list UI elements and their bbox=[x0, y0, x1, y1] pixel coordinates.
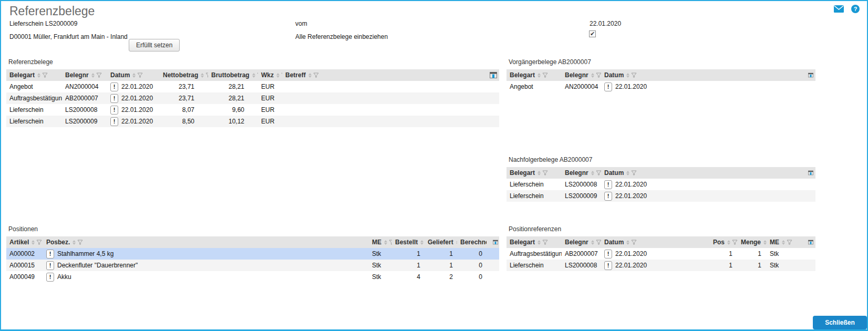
filter-icon[interactable] bbox=[542, 240, 548, 245]
sort-icon[interactable] bbox=[37, 73, 41, 78]
column-header-datum[interactable]: Datum bbox=[601, 169, 659, 177]
filter-icon[interactable] bbox=[313, 73, 319, 78]
column-header-datum[interactable]: Datum bbox=[107, 71, 160, 79]
column-header-wkz[interactable]: Wkz bbox=[258, 71, 282, 79]
sort-icon[interactable] bbox=[276, 73, 280, 78]
filter-icon[interactable] bbox=[631, 170, 637, 175]
sort-icon[interactable] bbox=[308, 73, 312, 78]
sort-icon[interactable] bbox=[591, 171, 595, 175]
sort-icon[interactable] bbox=[132, 73, 136, 78]
column-header-pos[interactable]: Pos bbox=[693, 239, 738, 246]
column-header-bruttobetrag[interactable]: Bruttobetrag bbox=[208, 71, 258, 79]
sort-icon[interactable] bbox=[591, 240, 595, 245]
fulfill-button[interactable]: Erfüllt setzen bbox=[129, 39, 180, 51]
row-detail-button[interactable]: ! bbox=[110, 117, 118, 126]
row-detail-button[interactable]: ! bbox=[604, 261, 612, 270]
sort-icon[interactable] bbox=[626, 171, 630, 175]
column-header-bestellt[interactable]: Bestellt bbox=[392, 239, 425, 246]
table-row[interactable]: Angebot AN2000004 !22.01.2020 bbox=[507, 81, 815, 92]
sort-icon[interactable] bbox=[626, 240, 630, 245]
sort-icon[interactable] bbox=[781, 240, 786, 245]
column-header-datum[interactable]: Datum bbox=[601, 71, 659, 79]
column-header-me[interactable]: ME bbox=[767, 239, 793, 246]
column-header-berechnet[interactable]: Berechnet bbox=[457, 239, 487, 246]
table-row[interactable]: Lieferschein LS2000008 !22.01.2020 bbox=[507, 179, 815, 190]
column-header-belegart[interactable]: Belegart bbox=[507, 71, 562, 79]
column-header-belegart[interactable]: Belegart bbox=[507, 239, 562, 246]
row-detail-button[interactable]: ! bbox=[604, 82, 612, 91]
sort-icon[interactable] bbox=[252, 73, 256, 78]
filter-icon[interactable] bbox=[596, 170, 601, 175]
table-row[interactable]: Auftragsbestätigung AB2000007 !22.01.202… bbox=[507, 248, 815, 260]
column-header-nettobetrag[interactable]: Nettobetrag bbox=[160, 71, 208, 79]
table-row[interactable]: Auftragsbestätigung AB2000007 !22.01.202… bbox=[6, 92, 499, 104]
mail-icon[interactable] bbox=[834, 5, 844, 13]
help-icon[interactable]: ? bbox=[851, 5, 860, 13]
filter-icon[interactable] bbox=[542, 73, 548, 78]
sort-icon[interactable] bbox=[591, 73, 595, 78]
row-detail-button[interactable]: ! bbox=[604, 180, 612, 189]
sort-icon[interactable] bbox=[384, 240, 388, 245]
filter-icon[interactable] bbox=[732, 240, 738, 245]
row-detail-button[interactable]: ! bbox=[46, 250, 54, 258]
sort-icon[interactable] bbox=[31, 240, 35, 245]
table-row[interactable]: A000015 !Deckenfluter "Dauerbrenner" Stk… bbox=[6, 260, 499, 271]
column-header-artikel[interactable]: Artikel bbox=[6, 239, 43, 246]
sort-icon[interactable] bbox=[626, 73, 630, 78]
sort-icon[interactable] bbox=[200, 73, 204, 78]
filter-icon[interactable] bbox=[631, 73, 637, 78]
sort-icon[interactable] bbox=[537, 240, 541, 245]
column-chooser-icon[interactable] bbox=[805, 170, 815, 176]
filter-icon[interactable] bbox=[787, 240, 792, 245]
row-detail-button[interactable]: ! bbox=[604, 250, 612, 258]
filter-icon[interactable] bbox=[596, 240, 601, 245]
filter-icon[interactable] bbox=[596, 73, 601, 78]
row-detail-button[interactable]: ! bbox=[110, 106, 118, 115]
table-row[interactable]: Angebot AN2000004 !22.01.2020 23,71 28,2… bbox=[6, 81, 499, 92]
column-header-betreff[interactable]: Betreff bbox=[282, 71, 345, 79]
close-button[interactable]: Schließen bbox=[813, 316, 867, 329]
row-detail-button[interactable]: ! bbox=[110, 82, 118, 91]
table-row[interactable]: A000049 !Akku Stk 4 2 0 bbox=[6, 271, 499, 283]
column-header-belegnr[interactable]: Belegnr bbox=[562, 71, 601, 79]
row-detail-button[interactable]: ! bbox=[604, 192, 612, 201]
filter-icon[interactable] bbox=[96, 73, 102, 78]
column-chooser-icon[interactable] bbox=[805, 239, 815, 245]
column-header-posbez[interactable]: Posbez. bbox=[43, 239, 369, 246]
sort-icon[interactable] bbox=[763, 240, 767, 245]
filter-icon[interactable] bbox=[137, 73, 143, 78]
row-detail-button[interactable]: ! bbox=[46, 261, 54, 270]
table-row[interactable]: Lieferschein LS2000008 !22.01.2020 1 1 S… bbox=[507, 260, 815, 271]
row-detail-button[interactable]: ! bbox=[46, 273, 54, 282]
sort-icon[interactable] bbox=[727, 240, 731, 245]
row-detail-button[interactable]: ! bbox=[110, 94, 118, 103]
column-header-belegart[interactable]: Belegart bbox=[6, 71, 62, 79]
include-all-checkbox[interactable]: ✔ bbox=[589, 30, 596, 37]
table-row[interactable]: Lieferschein LS2000009 !22.01.2020 8,50 … bbox=[6, 116, 499, 127]
table-row[interactable]: Lieferschein LS2000009 !22.01.2020 bbox=[507, 190, 815, 202]
column-header-datum[interactable]: Datum bbox=[601, 239, 693, 246]
sort-icon[interactable] bbox=[72, 240, 76, 245]
filter-icon[interactable] bbox=[631, 240, 637, 245]
sort-icon[interactable] bbox=[537, 171, 541, 175]
filter-icon[interactable] bbox=[542, 170, 548, 175]
table-row-selected[interactable]: A000002 !Stahlhammer 4,5 kg Stk 1 1 0 bbox=[6, 248, 499, 260]
sort-icon[interactable] bbox=[537, 73, 541, 78]
column-chooser-icon[interactable] bbox=[490, 239, 500, 245]
sort-icon[interactable] bbox=[420, 240, 424, 245]
column-header-belegnr[interactable]: Belegnr bbox=[562, 169, 601, 177]
column-chooser-icon[interactable] bbox=[487, 72, 499, 78]
column-header-belegart[interactable]: Belegart bbox=[507, 169, 562, 177]
sort-icon[interactable] bbox=[456, 240, 457, 245]
filter-icon[interactable] bbox=[42, 73, 48, 78]
table-row[interactable]: Lieferschein LS2000008 !22.01.2020 8,07 … bbox=[6, 104, 499, 116]
column-header-menge[interactable]: Menge bbox=[738, 239, 767, 246]
column-header-belegnr[interactable]: Belegnr bbox=[62, 71, 107, 79]
column-chooser-icon[interactable] bbox=[805, 72, 815, 78]
column-header-geliefert[interactable]: Geliefert bbox=[425, 239, 457, 246]
filter-icon[interactable] bbox=[77, 240, 83, 245]
column-header-belegnr[interactable]: Belegnr bbox=[562, 239, 601, 246]
filter-icon[interactable] bbox=[36, 240, 42, 245]
sort-icon[interactable] bbox=[91, 73, 95, 78]
column-header-me[interactable]: ME bbox=[369, 239, 392, 246]
